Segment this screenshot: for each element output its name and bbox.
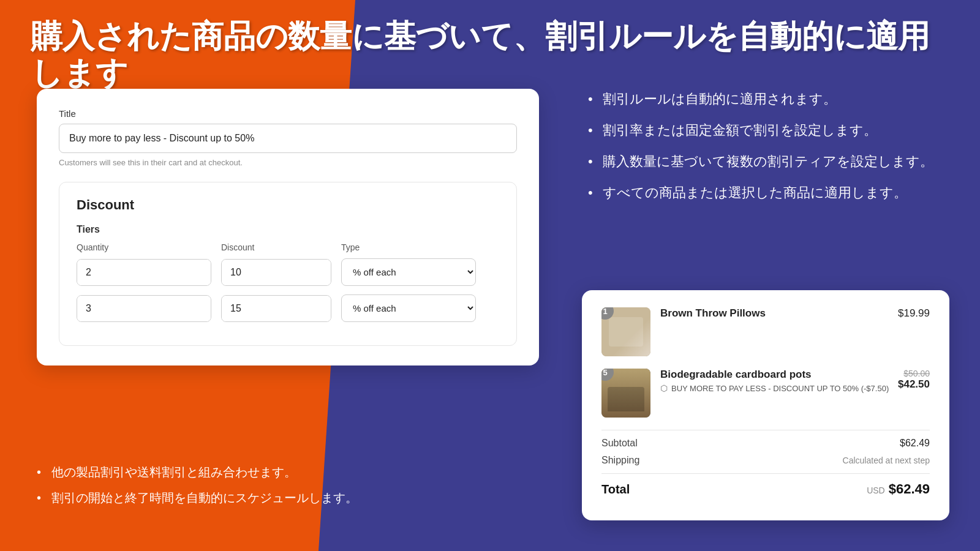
tiers-header: Quantity Discount Type [77, 242, 499, 252]
discount-input-wrap-2: % [221, 295, 331, 322]
discount-text-2: BUY MORE TO PAY LESS - DISCOUNT UP TO 50… [671, 384, 889, 393]
title-section: Title Customers will see this in their c… [59, 108, 517, 167]
bottom-bullet-1: 他の製品割引や送料割引と組み合わせます。 [37, 463, 358, 481]
shipping-label: Shipping [601, 455, 639, 466]
cart-item-discount-2: ⬡ BUY MORE TO PAY LESS - DISCOUNT UP TO … [660, 383, 898, 393]
subtotal-value: $62.49 [900, 438, 930, 449]
shipping-value: Calculated at next step [843, 455, 930, 465]
col-quantity: Quantity [77, 242, 211, 252]
discount-input-wrap-1: % [221, 259, 331, 286]
right-bullet-2: 割引率または固定金額で割引を設定します。 [588, 120, 943, 140]
cart-item-info-2: Biodegradable cardboard pots ⬡ BUY MORE … [660, 369, 898, 393]
discount-title: Discount [77, 197, 499, 213]
shipping-row: Shipping Calculated at next step [601, 455, 930, 466]
discount-section: Discount Tiers Quantity Discount Type % … [59, 182, 517, 346]
cart-item-price-2: $50.00 $42.50 [898, 369, 930, 391]
subtotal-label: Subtotal [601, 438, 638, 449]
col-type: Type [341, 242, 476, 252]
form-card: Title Customers will see this in their c… [37, 89, 539, 365]
cart-item-name-2: Biodegradable cardboard pots [660, 369, 898, 381]
tiers-label: Tiers [77, 224, 499, 235]
price-current-2: $42.50 [898, 378, 930, 391]
cart-item-name-1: Brown Throw Pillows [660, 307, 898, 320]
right-panel: 割引ルールは自動的に適用されます。 割引率または固定金額で割引を設定します。 購… [588, 89, 943, 214]
right-bullet-3: 購入数量に基づいて複数の割引ティアを設定します。 [588, 151, 943, 171]
quantity-input-wrap-1 [77, 259, 211, 286]
right-bullet-1: 割引ルールは自動的に適用されます。 [588, 89, 943, 109]
cart-item-img-1: 1 [601, 307, 650, 356]
total-row: Total USD$62.49 [601, 481, 930, 497]
total-amount: $62.49 [889, 481, 930, 497]
subtotal-row: Subtotal $62.49 [601, 438, 930, 449]
type-select-1[interactable]: % off each $ off each [341, 258, 476, 286]
bottom-bullets: 他の製品割引や送料割引と組み合わせます。 割引の開始と終了時間を自動的にスケジュ… [37, 463, 358, 514]
title-input[interactable] [59, 124, 517, 153]
price-original-2: $50.00 [903, 369, 930, 378]
price-single-1: $19.99 [898, 307, 930, 320]
total-value: USD$62.49 [867, 481, 930, 497]
total-label: Total [601, 482, 630, 497]
discount-input-1[interactable] [222, 260, 331, 285]
total-currency: USD [867, 485, 885, 495]
quantity-input-1[interactable] [77, 260, 211, 285]
cart-item-img-2: 5 [601, 369, 650, 418]
title-hint: Customers will see this in their cart an… [59, 158, 517, 167]
tier-row-2: % % off each $ off each [77, 294, 499, 322]
discount-input-2[interactable] [222, 296, 331, 321]
cart-divider-1 [601, 430, 930, 430]
page-title: 購入された商品の数量に基づいて、割引ルールを自動的に適用します [31, 18, 949, 92]
cart-item-2: 5 Biodegradable cardboard pots ⬡ BUY MOR… [601, 369, 930, 418]
cart-item-1: 1 Brown Throw Pillows $19.99 [601, 307, 930, 356]
cart-item-info-1: Brown Throw Pillows [660, 307, 898, 322]
title-label: Title [59, 108, 517, 119]
cart-card: 1 Brown Throw Pillows $19.99 5 Biodegrad… [582, 290, 949, 520]
quantity-input-2[interactable] [77, 296, 211, 321]
tag-icon: ⬡ [660, 383, 668, 393]
cart-item-price-1: $19.99 [898, 307, 930, 320]
tier-row-1: % % off each $ off each [77, 258, 499, 286]
right-bullet-4: すべての商品または選択した商品に適用します。 [588, 182, 943, 203]
type-select-2[interactable]: % off each $ off each [341, 294, 476, 322]
bottom-bullet-2: 割引の開始と終了時間を自動的にスケジュールします。 [37, 489, 358, 507]
cart-divider-2 [601, 473, 930, 474]
quantity-input-wrap-2 [77, 295, 211, 322]
right-bullet-list: 割引ルールは自動的に適用されます。 割引率または固定金額で割引を設定します。 購… [588, 89, 943, 203]
col-discount: Discount [221, 242, 331, 252]
bottom-bullet-list: 他の製品割引や送料割引と組み合わせます。 割引の開始と終了時間を自動的にスケジュ… [37, 463, 358, 507]
